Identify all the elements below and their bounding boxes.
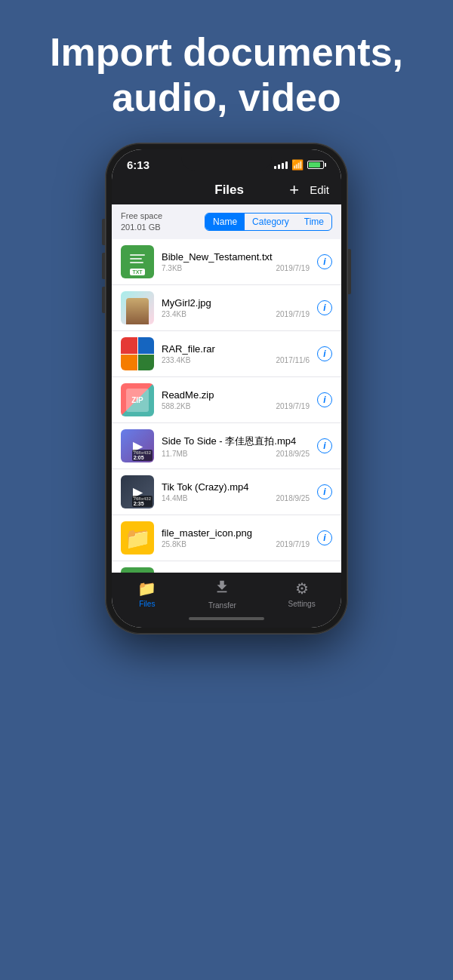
- status-icons: 📶: [274, 159, 326, 171]
- settings-tab-label: Settings: [288, 600, 316, 608]
- files-tab-icon: 📁: [137, 579, 156, 598]
- file-name: Tik Tok (Crazy).mp4: [162, 481, 310, 493]
- video-duration-1: 768x432 2:05: [132, 450, 153, 461]
- transfer-tab-icon: [214, 579, 230, 599]
- free-space-value: 201.01 GB: [121, 222, 162, 233]
- file-info: Tik Tok (Crazy).mp4 14.4MB 2018/9/25: [162, 481, 310, 502]
- nav-bar: Files + Edit: [112, 176, 341, 204]
- file-info: RAR_file.rar 233.4KB 2017/11/6: [162, 343, 310, 364]
- info-button[interactable]: i: [317, 530, 332, 545]
- list-item[interactable]: RAR_file.rar 233.4KB 2017/11/6 i: [112, 331, 341, 377]
- info-button[interactable]: i: [317, 484, 332, 499]
- file-info: file_master_icon.png 25.8KB 2019/7/19: [162, 527, 310, 548]
- file-name: Side To Side - 李佳恩直拍.mp4: [162, 435, 310, 448]
- hero-section: Import documents, audio, video: [0, 0, 453, 136]
- file-name: ReadMe.zip: [162, 389, 310, 401]
- free-space-label: Free space: [121, 210, 162, 222]
- file-name: file_master_icon.png: [162, 527, 310, 539]
- tab-files[interactable]: 📁 Files: [137, 579, 156, 608]
- file-list: TXT Bible_New_Testament.txt 7.3KB 2019/7…: [112, 239, 341, 572]
- file-thumbnail-mp4-1: ▶ 768x432 2:05: [121, 429, 154, 462]
- phone-outer: 6:13 📶: [106, 143, 347, 634]
- list-item[interactable]: ♪ mp3music.mp3 2.4MB 2017/11/6 i: [112, 561, 341, 572]
- status-bar: 6:13 📶: [112, 149, 341, 176]
- signal-bar-2: [278, 164, 280, 169]
- signal-bar-1: [274, 166, 276, 169]
- tab-name[interactable]: Name: [205, 214, 245, 230]
- notch: [181, 149, 272, 171]
- content-area: Free space 201.01 GB Name Category Time: [112, 204, 341, 573]
- tab-settings[interactable]: ⚙ Settings: [288, 579, 316, 608]
- nav-title: Files: [214, 183, 244, 198]
- tab-category[interactable]: Category: [245, 214, 297, 230]
- file-thumbnail-txt: TXT: [121, 245, 154, 278]
- files-tab-label: Files: [139, 600, 155, 608]
- info-button[interactable]: i: [317, 346, 332, 361]
- settings-tab-icon: ⚙: [295, 579, 309, 598]
- list-item[interactable]: ▶ 768x432 2:05 Side To Side - 李佳恩直拍.mp4 …: [112, 423, 341, 469]
- list-item[interactable]: MyGirl2.jpg 23.4KB 2019/7/19 i: [112, 285, 341, 331]
- file-name: MyGirl2.jpg: [162, 297, 310, 309]
- folder-icon: 📁: [125, 526, 151, 551]
- edit-button[interactable]: Edit: [310, 183, 329, 196]
- phone-inner: 6:13 📶: [112, 149, 341, 628]
- hero-title: Import documents, audio, video: [23, 30, 430, 121]
- file-meta: 11.7MB 2018/9/25: [162, 450, 310, 458]
- file-info: Side To Side - 李佳恩直拍.mp4 11.7MB 2018/9/2…: [162, 435, 310, 458]
- status-time: 6:13: [127, 158, 149, 171]
- info-button[interactable]: i: [317, 438, 332, 453]
- add-button[interactable]: +: [289, 182, 299, 198]
- file-date: 2019/7/19: [276, 540, 310, 548]
- tab-bar: 📁 Files Transfer ⚙ Settings: [112, 573, 341, 613]
- tab-time[interactable]: Time: [297, 214, 331, 230]
- file-meta: 588.2KB 2019/7/19: [162, 402, 310, 410]
- transfer-tab-label: Transfer: [208, 601, 236, 610]
- list-item[interactable]: 📁 file_master_icon.png 25.8KB 2019/7/19 …: [112, 515, 341, 561]
- file-name: RAR_file.rar: [162, 343, 310, 355]
- file-thumbnail-jpg: [121, 291, 154, 324]
- file-thumbnail-mp3: ♪: [121, 567, 154, 572]
- file-size: 7.3KB: [162, 264, 182, 272]
- file-date: 2019/7/19: [276, 310, 310, 318]
- home-indicator: [112, 613, 341, 628]
- tab-transfer[interactable]: Transfer: [208, 579, 236, 610]
- file-size: 233.4KB: [162, 356, 190, 364]
- file-size: 25.8KB: [162, 540, 186, 548]
- file-date: 2017/11/6: [276, 356, 310, 364]
- music-note-icon: ♪: [121, 567, 154, 572]
- info-button[interactable]: i: [317, 392, 332, 407]
- file-meta: 23.4KB 2019/7/19: [162, 310, 310, 318]
- file-thumbnail-zip: ZIP: [121, 383, 154, 416]
- signal-bar-4: [285, 161, 288, 169]
- battery: [307, 161, 326, 169]
- battery-tip: [325, 163, 326, 167]
- info-button[interactable]: i: [317, 300, 332, 315]
- rar-cell-1: [121, 337, 137, 354]
- file-thumbnail-png: 📁: [121, 521, 154, 555]
- battery-body: [307, 161, 324, 169]
- rar-cell-3: [121, 355, 137, 371]
- list-item[interactable]: TXT Bible_New_Testament.txt 7.3KB 2019/7…: [112, 239, 341, 285]
- battery-fill: [309, 162, 320, 167]
- file-meta: 25.8KB 2019/7/19: [162, 540, 310, 548]
- list-item[interactable]: ▶ 768x432 2:35 Tik Tok (Crazy).mp4 14.4M…: [112, 469, 341, 515]
- rar-cell-4: [138, 355, 155, 371]
- file-info: ReadMe.zip 588.2KB 2019/7/19: [162, 389, 310, 410]
- file-date: 2019/7/19: [276, 264, 310, 272]
- nav-actions[interactable]: + Edit: [289, 182, 329, 198]
- file-size: 11.7MB: [162, 450, 187, 458]
- file-thumbnail-rar: [121, 337, 154, 370]
- file-size: 588.2KB: [162, 402, 190, 410]
- signal-bar-3: [282, 163, 284, 169]
- free-space: Free space 201.01 GB: [121, 210, 162, 234]
- file-info: MyGirl2.jpg 23.4KB 2019/7/19: [162, 297, 310, 318]
- list-item[interactable]: ZIP ReadMe.zip 588.2KB 2019/7/19 i: [112, 377, 341, 423]
- filter-tabs[interactable]: Name Category Time: [205, 213, 332, 231]
- phone-mockup: 6:13 📶: [0, 143, 453, 634]
- file-info: Bible_New_Testament.txt 7.3KB 2019/7/19: [162, 251, 310, 272]
- home-bar: [189, 617, 264, 620]
- info-button[interactable]: i: [317, 254, 332, 269]
- file-date: 2018/9/25: [276, 494, 310, 502]
- file-meta: 7.3KB 2019/7/19: [162, 264, 310, 272]
- zip-icon-inner: ZIP: [126, 389, 149, 412]
